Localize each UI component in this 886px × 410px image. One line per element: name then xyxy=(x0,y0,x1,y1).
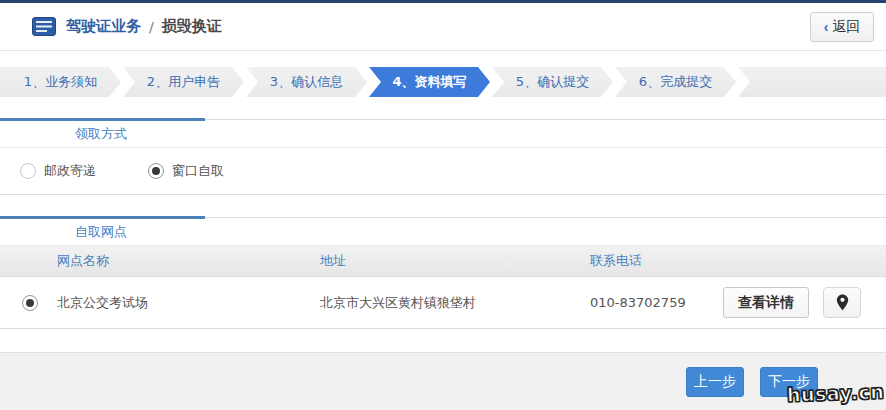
radio-window-pickup[interactable]: 窗口自取 xyxy=(148,162,224,180)
back-button[interactable]: ‹ 返回 xyxy=(810,12,874,42)
outlet-actions: 查看详情 xyxy=(706,287,886,318)
header-cell-address: 地址 xyxy=(303,252,573,270)
previous-step-button[interactable]: 上一步 xyxy=(686,367,744,397)
outlets-section-title: 自取网点 xyxy=(75,223,127,241)
radio-postal-delivery-label: 邮政寄递 xyxy=(44,162,96,180)
license-card-icon xyxy=(32,17,56,36)
breadcrumb-current: 损毁换证 xyxy=(162,17,222,36)
outlet-name: 北京公交考试场 xyxy=(40,294,303,312)
tab-step-6[interactable]: 6、完成提交 xyxy=(615,67,736,97)
page-title: 驾驶证业务 xyxy=(66,17,141,36)
pickup-section-header: 领取方式 xyxy=(0,120,886,148)
pickup-method-section: 领取方式 邮政寄递 窗口自取 xyxy=(0,119,886,195)
tab-step-3[interactable]: 3、确认信息 xyxy=(246,67,367,97)
section-accent-bar xyxy=(0,118,205,121)
wizard-footer: 上一步 下一步 xyxy=(0,352,886,410)
radio-circle-icon xyxy=(148,163,164,179)
header-cell-phone: 联系电话 xyxy=(573,252,706,270)
tab-step-1[interactable]: 1、业务须知 xyxy=(0,67,121,97)
outlets-section: 自取网点 网点名称 地址 联系电话 北京公交考试场 北京市大兴区黄村镇狼垡村 0… xyxy=(0,217,886,329)
radio-dot xyxy=(152,167,160,175)
radio-dot xyxy=(26,299,34,307)
map-pin-icon xyxy=(836,294,849,311)
tab-bar-filler xyxy=(738,67,886,97)
radio-dot xyxy=(24,167,32,175)
outlet-address: 北京市大兴区黄村镇狼垡村 xyxy=(303,294,573,312)
step-tabs: 1、业务须知 2、用户申告 3、确认信息 4、资料填写 5、确认提交 6、完成提… xyxy=(0,67,886,97)
radio-circle-icon xyxy=(20,163,36,179)
radio-window-pickup-label: 窗口自取 xyxy=(172,162,224,180)
row-radio-cell xyxy=(0,295,40,311)
pickup-section-title: 领取方式 xyxy=(75,125,127,143)
header-cell-name: 网点名称 xyxy=(40,252,303,270)
back-chevron-icon: ‹ xyxy=(824,19,829,35)
outlet-phone: 010-83702759 xyxy=(573,295,706,310)
tab-step-5[interactable]: 5、确认提交 xyxy=(492,67,613,97)
outlets-section-header: 自取网点 xyxy=(0,218,886,246)
page-header: 驾驶证业务 / 损毁换证 ‹ 返回 xyxy=(0,3,886,51)
back-button-label: 返回 xyxy=(832,18,860,36)
pickup-options-row: 邮政寄递 窗口自取 xyxy=(0,148,886,195)
view-details-button[interactable]: 查看详情 xyxy=(723,287,809,318)
section-accent-bar xyxy=(0,216,205,219)
tab-step-4[interactable]: 4、资料填写 xyxy=(369,67,490,97)
next-step-button[interactable]: 下一步 xyxy=(760,367,818,397)
breadcrumb-separator: / xyxy=(149,19,154,35)
tab-step-2[interactable]: 2、用户申告 xyxy=(123,67,244,97)
radio-postal-delivery[interactable]: 邮政寄递 xyxy=(20,162,96,180)
outlet-select-radio[interactable] xyxy=(22,295,38,311)
map-pin-button[interactable] xyxy=(823,287,861,318)
outlet-table-row: 北京公交考试场 北京市大兴区黄村镇狼垡村 010-83702759 查看详情 xyxy=(0,277,886,329)
outlets-table-header: 网点名称 地址 联系电话 xyxy=(0,246,886,277)
